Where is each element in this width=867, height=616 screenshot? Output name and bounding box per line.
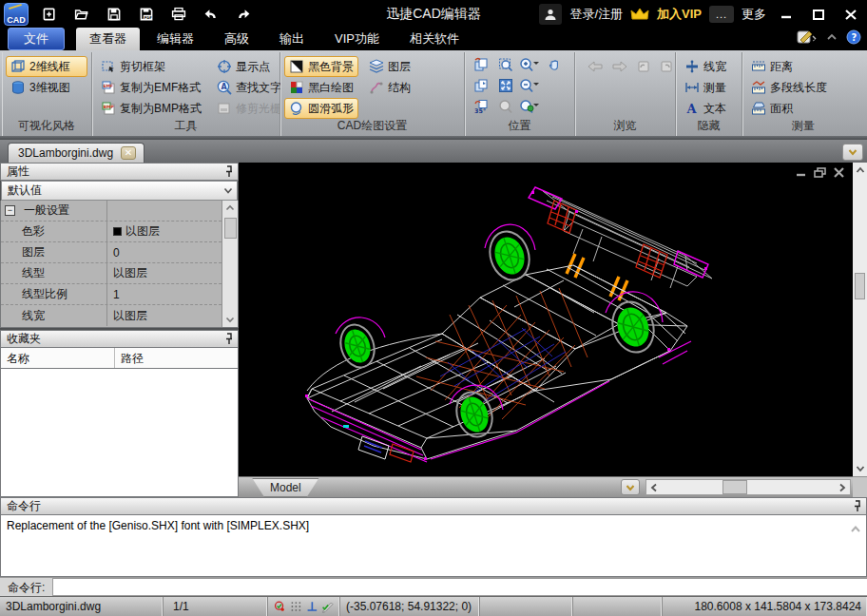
scroll-up-icon[interactable] bbox=[850, 523, 861, 536]
bw-drawing-button[interactable]: 黑白绘图 bbox=[284, 77, 358, 98]
mdi-close-icon[interactable] bbox=[833, 167, 845, 178]
menu-tab-output[interactable]: 输出 bbox=[266, 28, 318, 50]
scroll-up-icon[interactable] bbox=[856, 163, 865, 178]
status-dimensions: 180.6008 x 141.5804 x 173.8424 bbox=[663, 597, 867, 616]
minimize-button[interactable] bbox=[774, 4, 799, 25]
property-row-layer[interactable]: 图层 0 bbox=[1, 242, 222, 263]
help-icon[interactable]: ? bbox=[846, 29, 861, 48]
column-path[interactable]: 路径 bbox=[115, 348, 144, 368]
undo-button[interactable] bbox=[200, 4, 222, 25]
command-input[interactable] bbox=[52, 578, 867, 596]
pin-icon[interactable] bbox=[224, 165, 234, 178]
login-register-button[interactable]: 登录/注册 bbox=[569, 6, 623, 23]
zoom-extents-icon[interactable] bbox=[498, 78, 513, 97]
print-button[interactable] bbox=[167, 4, 190, 25]
rotate-view-pages-icon[interactable] bbox=[473, 57, 489, 76]
distance-button[interactable]: 距离 bbox=[746, 56, 860, 77]
menu-tab-file[interactable]: 文件 bbox=[8, 28, 65, 50]
hide-measure-button[interactable]: 测量 bbox=[680, 77, 738, 98]
copy-bmp-button[interactable]: BMP 复制为BMP格式 bbox=[96, 98, 206, 119]
pin-icon[interactable] bbox=[853, 500, 862, 512]
document-tab[interactable]: 3DLamborgini.dwg ✕ bbox=[8, 143, 144, 163]
menu-tab-viewer[interactable]: 查看器 bbox=[76, 28, 140, 50]
smooth-arc-button[interactable]: 圆滑弧形 bbox=[284, 98, 358, 119]
app-window: CAD PDF 迅捷CAD编辑器 bbox=[0, 0, 867, 616]
drawing-canvas[interactable] bbox=[239, 163, 853, 476]
zoom-out-button[interactable] bbox=[519, 78, 542, 97]
rotate-35-icon[interactable]: 35° bbox=[473, 99, 489, 118]
layout-dropdown[interactable] bbox=[621, 479, 640, 495]
scroll-down-icon[interactable] bbox=[856, 461, 865, 476]
horizontal-scrollbar[interactable] bbox=[645, 479, 851, 495]
open-file-button[interactable] bbox=[70, 4, 93, 25]
view-3d-button[interactable]: 3维视图 bbox=[6, 77, 87, 98]
structure-button[interactable]: 结构 bbox=[364, 77, 415, 98]
draw-settings-icon[interactable] bbox=[321, 599, 334, 614]
show-points-button[interactable]: 显示点 bbox=[212, 56, 286, 77]
property-grid: −一般设置 色彩 以图层 图层 0 线型 以图 bbox=[0, 201, 239, 328]
minimize-ribbon-icon[interactable] bbox=[824, 30, 839, 48]
close-button[interactable] bbox=[838, 4, 863, 25]
quick-menu-button[interactable]: ... bbox=[709, 6, 734, 23]
app-logo-icon: CAD bbox=[4, 3, 29, 26]
join-vip-button[interactable]: 加入VIP bbox=[657, 6, 702, 23]
polyline-length-button[interactable]: 多段线长度 bbox=[746, 77, 860, 98]
properties-scrollbar[interactable] bbox=[222, 201, 238, 327]
column-name[interactable]: 名称 bbox=[1, 348, 115, 368]
property-section-row[interactable]: −一般设置 bbox=[1, 201, 222, 221]
zoom-in-button[interactable] bbox=[519, 57, 542, 76]
save-button[interactable] bbox=[103, 4, 125, 25]
tab-close-icon[interactable]: ✕ bbox=[121, 146, 136, 160]
black-background-button[interactable]: 黑色背景 bbox=[284, 56, 358, 77]
tab-list-dropdown[interactable] bbox=[842, 144, 863, 161]
zoom-object-button[interactable] bbox=[519, 99, 542, 118]
menu-tab-related[interactable]: 相关软件 bbox=[396, 28, 472, 50]
scroll-right-icon[interactable] bbox=[835, 480, 850, 494]
model-tab[interactable]: Model bbox=[252, 478, 319, 497]
scroll-left-icon[interactable] bbox=[646, 480, 662, 494]
ortho-toggle-icon[interactable] bbox=[306, 599, 318, 614]
maximize-button[interactable] bbox=[806, 4, 831, 25]
redo-button[interactable] bbox=[232, 4, 255, 25]
zoom-window-icon[interactable] bbox=[498, 57, 513, 76]
svg-text:A: A bbox=[221, 83, 227, 91]
grid-toggle-icon[interactable] bbox=[290, 599, 302, 614]
menu-tab-advanced[interactable]: 高级 bbox=[211, 28, 262, 50]
scroll-thumb[interactable] bbox=[224, 218, 237, 239]
layers-button[interactable]: 图层 bbox=[364, 56, 415, 77]
menu-tab-editor[interactable]: 编辑器 bbox=[144, 28, 207, 50]
copy-pages-icon[interactable] bbox=[473, 78, 489, 97]
group-label: 工具 bbox=[92, 118, 279, 134]
mdi-restore-icon[interactable] bbox=[814, 167, 826, 178]
new-file-button[interactable] bbox=[38, 4, 61, 25]
menu-tab-vip[interactable]: VIP功能 bbox=[321, 28, 393, 50]
scroll-thumb[interactable] bbox=[722, 480, 747, 494]
collapse-icon[interactable]: − bbox=[5, 205, 15, 216]
text-icon: A bbox=[684, 101, 700, 116]
scroll-thumb[interactable] bbox=[855, 273, 865, 299]
hide-text-button[interactable]: A 文本 bbox=[680, 98, 738, 119]
vertical-scrollbar[interactable] bbox=[853, 163, 867, 497]
save-as-pdf-button[interactable]: PDF bbox=[135, 4, 158, 25]
annotate-icon[interactable] bbox=[797, 29, 818, 48]
line-width-button[interactable]: 线宽 bbox=[680, 56, 738, 77]
more-button[interactable]: 更多 bbox=[742, 6, 766, 23]
property-preset-dropdown[interactable]: 默认值 bbox=[1, 181, 238, 201]
copy-emf-button[interactable]: EMF 复制为EMF格式 bbox=[96, 77, 206, 98]
area-button[interactable]: 面积 bbox=[746, 98, 860, 119]
pan-hand-icon[interactable] bbox=[548, 57, 563, 76]
favorites-list[interactable] bbox=[0, 369, 239, 497]
main-area: 属性 默认值 −一般设置 色彩 bbox=[0, 163, 867, 497]
property-row-color[interactable]: 色彩 以图层 bbox=[1, 221, 222, 242]
find-text-button[interactable]: A 查找文字 bbox=[212, 77, 286, 98]
property-row-ltscale[interactable]: 线型比例 1 bbox=[1, 284, 222, 305]
property-row-linetype[interactable]: 线型 以图层 bbox=[1, 263, 222, 284]
command-prompt-label: 命令行: bbox=[0, 578, 52, 596]
pin-icon[interactable] bbox=[224, 333, 234, 345]
crop-frame-button[interactable]: 剪切框架 bbox=[96, 56, 206, 77]
command-log[interactable]: Replacement of the [Geniso.SHX] font wit… bbox=[0, 515, 867, 577]
osnap-toggle-icon[interactable] bbox=[274, 599, 286, 614]
property-row-lineweight[interactable]: 线宽 以图层 bbox=[1, 305, 222, 326]
wireframe-2d-button[interactable]: 2维线框 bbox=[6, 56, 87, 77]
mdi-minimize-icon[interactable] bbox=[795, 167, 807, 178]
